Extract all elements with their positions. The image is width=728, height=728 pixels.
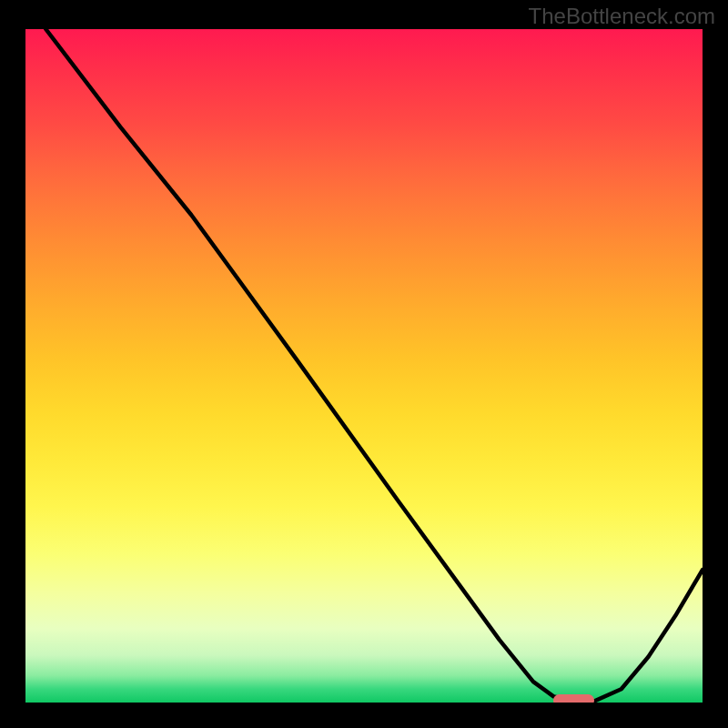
watermark-text: TheBottleneck.com — [529, 4, 715, 29]
chart-container: TheBottleneck.com — [0, 0, 728, 728]
plot-area — [25, 29, 703, 703]
optimal-range-marker — [553, 694, 594, 703]
bottleneck-curve — [25, 29, 703, 703]
